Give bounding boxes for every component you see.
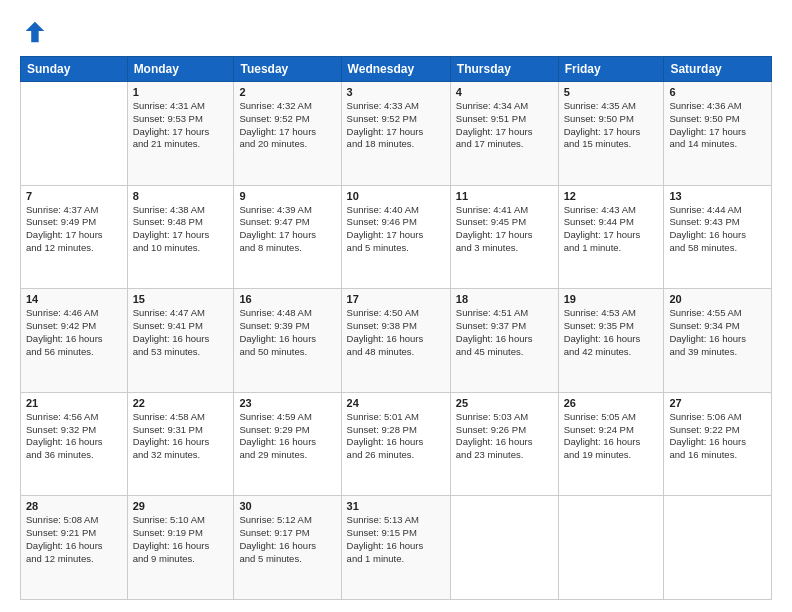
day-number: 20	[669, 293, 766, 305]
day-number: 1	[133, 86, 229, 98]
day-number: 9	[239, 190, 335, 202]
calendar-header: SundayMondayTuesdayWednesdayThursdayFrid…	[21, 57, 772, 82]
day-info: Sunrise: 4:38 AMSunset: 9:48 PMDaylight:…	[133, 204, 229, 255]
week-row-2: 7Sunrise: 4:37 AMSunset: 9:49 PMDaylight…	[21, 185, 772, 289]
day-info: Sunrise: 4:36 AMSunset: 9:50 PMDaylight:…	[669, 100, 766, 151]
calendar-cell: 9Sunrise: 4:39 AMSunset: 9:47 PMDaylight…	[234, 185, 341, 289]
calendar-cell: 30Sunrise: 5:12 AMSunset: 9:17 PMDayligh…	[234, 496, 341, 600]
calendar-cell: 29Sunrise: 5:10 AMSunset: 9:19 PMDayligh…	[127, 496, 234, 600]
day-info: Sunrise: 4:41 AMSunset: 9:45 PMDaylight:…	[456, 204, 553, 255]
calendar-cell: 1Sunrise: 4:31 AMSunset: 9:53 PMDaylight…	[127, 82, 234, 186]
calendar-cell: 25Sunrise: 5:03 AMSunset: 9:26 PMDayligh…	[450, 392, 558, 496]
day-number: 10	[347, 190, 445, 202]
calendar-cell: 18Sunrise: 4:51 AMSunset: 9:37 PMDayligh…	[450, 289, 558, 393]
day-number: 19	[564, 293, 659, 305]
day-info: Sunrise: 5:13 AMSunset: 9:15 PMDaylight:…	[347, 514, 445, 565]
calendar-cell: 2Sunrise: 4:32 AMSunset: 9:52 PMDaylight…	[234, 82, 341, 186]
calendar-body: 1Sunrise: 4:31 AMSunset: 9:53 PMDaylight…	[21, 82, 772, 600]
day-header-saturday: Saturday	[664, 57, 772, 82]
day-number: 30	[239, 500, 335, 512]
day-number: 17	[347, 293, 445, 305]
day-info: Sunrise: 4:31 AMSunset: 9:53 PMDaylight:…	[133, 100, 229, 151]
day-info: Sunrise: 4:56 AMSunset: 9:32 PMDaylight:…	[26, 411, 122, 462]
day-number: 6	[669, 86, 766, 98]
calendar-cell: 23Sunrise: 4:59 AMSunset: 9:29 PMDayligh…	[234, 392, 341, 496]
day-header-thursday: Thursday	[450, 57, 558, 82]
day-info: Sunrise: 5:08 AMSunset: 9:21 PMDaylight:…	[26, 514, 122, 565]
day-number: 23	[239, 397, 335, 409]
day-header-friday: Friday	[558, 57, 664, 82]
calendar-cell: 7Sunrise: 4:37 AMSunset: 9:49 PMDaylight…	[21, 185, 128, 289]
calendar-cell: 13Sunrise: 4:44 AMSunset: 9:43 PMDayligh…	[664, 185, 772, 289]
day-info: Sunrise: 5:01 AMSunset: 9:28 PMDaylight:…	[347, 411, 445, 462]
day-info: Sunrise: 4:55 AMSunset: 9:34 PMDaylight:…	[669, 307, 766, 358]
day-info: Sunrise: 4:40 AMSunset: 9:46 PMDaylight:…	[347, 204, 445, 255]
logo-icon	[20, 18, 48, 46]
day-number: 21	[26, 397, 122, 409]
calendar-cell: 31Sunrise: 5:13 AMSunset: 9:15 PMDayligh…	[341, 496, 450, 600]
day-info: Sunrise: 4:32 AMSunset: 9:52 PMDaylight:…	[239, 100, 335, 151]
calendar-cell: 19Sunrise: 4:53 AMSunset: 9:35 PMDayligh…	[558, 289, 664, 393]
day-header-tuesday: Tuesday	[234, 57, 341, 82]
calendar-cell: 24Sunrise: 5:01 AMSunset: 9:28 PMDayligh…	[341, 392, 450, 496]
calendar-cell: 27Sunrise: 5:06 AMSunset: 9:22 PMDayligh…	[664, 392, 772, 496]
days-of-week-row: SundayMondayTuesdayWednesdayThursdayFrid…	[21, 57, 772, 82]
day-number: 2	[239, 86, 335, 98]
day-info: Sunrise: 5:12 AMSunset: 9:17 PMDaylight:…	[239, 514, 335, 565]
day-number: 25	[456, 397, 553, 409]
day-number: 31	[347, 500, 445, 512]
day-number: 14	[26, 293, 122, 305]
calendar-cell: 16Sunrise: 4:48 AMSunset: 9:39 PMDayligh…	[234, 289, 341, 393]
calendar-cell	[450, 496, 558, 600]
calendar-cell: 15Sunrise: 4:47 AMSunset: 9:41 PMDayligh…	[127, 289, 234, 393]
calendar: SundayMondayTuesdayWednesdayThursdayFrid…	[20, 56, 772, 600]
day-info: Sunrise: 4:53 AMSunset: 9:35 PMDaylight:…	[564, 307, 659, 358]
day-info: Sunrise: 4:33 AMSunset: 9:52 PMDaylight:…	[347, 100, 445, 151]
svg-marker-0	[26, 22, 45, 43]
calendar-cell: 11Sunrise: 4:41 AMSunset: 9:45 PMDayligh…	[450, 185, 558, 289]
day-info: Sunrise: 4:35 AMSunset: 9:50 PMDaylight:…	[564, 100, 659, 151]
day-info: Sunrise: 4:43 AMSunset: 9:44 PMDaylight:…	[564, 204, 659, 255]
day-number: 7	[26, 190, 122, 202]
day-info: Sunrise: 4:44 AMSunset: 9:43 PMDaylight:…	[669, 204, 766, 255]
calendar-cell	[21, 82, 128, 186]
day-info: Sunrise: 5:03 AMSunset: 9:26 PMDaylight:…	[456, 411, 553, 462]
day-header-monday: Monday	[127, 57, 234, 82]
calendar-cell: 10Sunrise: 4:40 AMSunset: 9:46 PMDayligh…	[341, 185, 450, 289]
day-header-wednesday: Wednesday	[341, 57, 450, 82]
week-row-5: 28Sunrise: 5:08 AMSunset: 9:21 PMDayligh…	[21, 496, 772, 600]
calendar-cell: 5Sunrise: 4:35 AMSunset: 9:50 PMDaylight…	[558, 82, 664, 186]
logo	[20, 18, 52, 46]
day-number: 24	[347, 397, 445, 409]
calendar-cell: 3Sunrise: 4:33 AMSunset: 9:52 PMDaylight…	[341, 82, 450, 186]
day-info: Sunrise: 5:06 AMSunset: 9:22 PMDaylight:…	[669, 411, 766, 462]
calendar-cell: 14Sunrise: 4:46 AMSunset: 9:42 PMDayligh…	[21, 289, 128, 393]
calendar-cell: 8Sunrise: 4:38 AMSunset: 9:48 PMDaylight…	[127, 185, 234, 289]
calendar-cell: 26Sunrise: 5:05 AMSunset: 9:24 PMDayligh…	[558, 392, 664, 496]
calendar-cell	[664, 496, 772, 600]
day-number: 8	[133, 190, 229, 202]
day-number: 16	[239, 293, 335, 305]
calendar-cell: 21Sunrise: 4:56 AMSunset: 9:32 PMDayligh…	[21, 392, 128, 496]
day-info: Sunrise: 4:59 AMSunset: 9:29 PMDaylight:…	[239, 411, 335, 462]
day-number: 27	[669, 397, 766, 409]
day-info: Sunrise: 4:37 AMSunset: 9:49 PMDaylight:…	[26, 204, 122, 255]
week-row-3: 14Sunrise: 4:46 AMSunset: 9:42 PMDayligh…	[21, 289, 772, 393]
calendar-cell: 17Sunrise: 4:50 AMSunset: 9:38 PMDayligh…	[341, 289, 450, 393]
day-number: 11	[456, 190, 553, 202]
day-info: Sunrise: 4:39 AMSunset: 9:47 PMDaylight:…	[239, 204, 335, 255]
day-info: Sunrise: 5:05 AMSunset: 9:24 PMDaylight:…	[564, 411, 659, 462]
day-number: 26	[564, 397, 659, 409]
day-info: Sunrise: 5:10 AMSunset: 9:19 PMDaylight:…	[133, 514, 229, 565]
calendar-cell: 6Sunrise: 4:36 AMSunset: 9:50 PMDaylight…	[664, 82, 772, 186]
day-number: 5	[564, 86, 659, 98]
week-row-1: 1Sunrise: 4:31 AMSunset: 9:53 PMDaylight…	[21, 82, 772, 186]
calendar-cell: 4Sunrise: 4:34 AMSunset: 9:51 PMDaylight…	[450, 82, 558, 186]
day-number: 18	[456, 293, 553, 305]
day-info: Sunrise: 4:58 AMSunset: 9:31 PMDaylight:…	[133, 411, 229, 462]
day-number: 12	[564, 190, 659, 202]
day-number: 15	[133, 293, 229, 305]
day-number: 13	[669, 190, 766, 202]
calendar-cell: 20Sunrise: 4:55 AMSunset: 9:34 PMDayligh…	[664, 289, 772, 393]
day-info: Sunrise: 4:48 AMSunset: 9:39 PMDaylight:…	[239, 307, 335, 358]
